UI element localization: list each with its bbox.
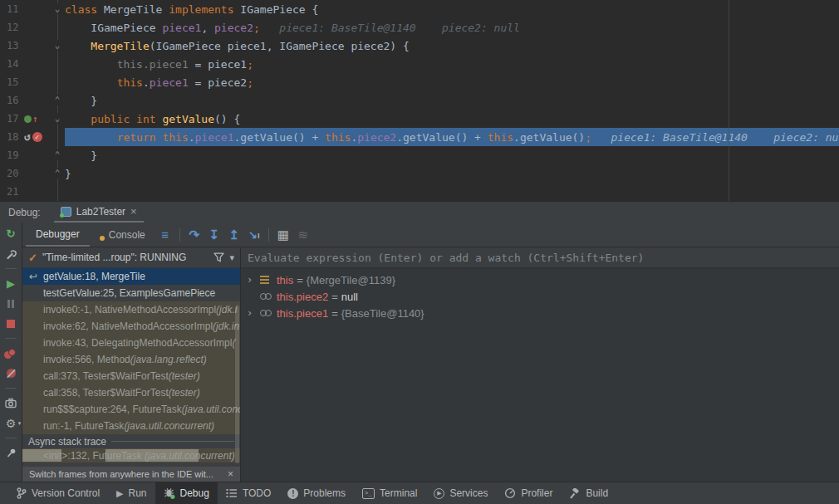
- gutter[interactable]: 14: [0, 55, 65, 73]
- chevron-down-icon[interactable]: ▾: [229, 252, 234, 263]
- line-number: 19: [0, 149, 22, 161]
- code-text: MergeTile(IGamePiece piece1, IGamePiece …: [65, 40, 839, 52]
- gutter[interactable]: 16⌃: [0, 91, 65, 110]
- rerun-icon[interactable]: ↻: [3, 227, 18, 241]
- debug-session-tab[interactable]: Lab2Tester ×: [54, 202, 144, 223]
- code-line[interactable]: 11⌄class MergeTile implements IGamePiece…: [0, 0, 839, 18]
- tab-console[interactable]: Console: [90, 223, 155, 247]
- code-text: return this.piece1.getValue() + this.pie…: [65, 131, 839, 144]
- gutter[interactable]: 20⌃: [0, 164, 65, 183]
- close-icon[interactable]: ×: [130, 205, 137, 218]
- layout-settings-icon[interactable]: ≋: [293, 228, 313, 242]
- tab-debugger[interactable]: Debugger: [26, 223, 90, 247]
- camera-icon[interactable]: [3, 396, 18, 410]
- toolwindow-button-run[interactable]: ▶Run: [108, 482, 155, 504]
- fold-marker-icon[interactable]: ⌃: [54, 168, 61, 179]
- code-line[interactable]: 15 this.piece1 = piece2;: [0, 73, 839, 91]
- step-out-icon[interactable]: ↥: [224, 228, 244, 242]
- stack-frame-row[interactable]: ↩getValue:18, MergeTile: [22, 268, 240, 285]
- gutter[interactable]: 15: [0, 73, 65, 91]
- stack-frame-row[interactable]: invoke:62, NativeMethodAccessorImpl (jdk…: [22, 318, 240, 335]
- todo-icon: [226, 488, 238, 498]
- resume-icon[interactable]: ▶: [3, 276, 18, 291]
- gutter[interactable]: 17↑⌄: [0, 110, 65, 128]
- code-line[interactable]: 13⌄ MergeTile(IGamePiece piece1, IGamePi…: [0, 37, 839, 55]
- variable-row[interactable]: ›this.piece1={BaseTile@1140}: [241, 305, 839, 321]
- fold-marker-icon[interactable]: ⌃: [54, 149, 61, 160]
- toolwindow-button-debug[interactable]: Debug: [155, 482, 218, 504]
- thread-status-label: "Time-limited ...roup": RUNNING: [42, 252, 209, 263]
- line-number: 21: [0, 186, 22, 198]
- wrench-icon[interactable]: [3, 247, 18, 261]
- toolwindow-button-build[interactable]: Build: [561, 482, 616, 504]
- code-line[interactable]: 14 this.piece1 = piece1;: [0, 55, 839, 73]
- evaluate-expression-input[interactable]: Evaluate expression (Enter) or add a wat…: [241, 247, 839, 268]
- show-execution-point-icon[interactable]: ≡: [155, 228, 175, 242]
- toolwindow-button-todo[interactable]: TODO: [218, 482, 279, 504]
- frames-hint-banner: Switch frames from anywhere in the IDE w…: [22, 467, 240, 482]
- code-text: }: [65, 149, 839, 162]
- run-to-cursor-icon[interactable]: ↘I: [244, 228, 264, 241]
- code-line[interactable]: 16⌃ }: [0, 91, 839, 110]
- profiler-icon: [504, 487, 516, 499]
- stack-frame-row[interactable]: run:-1, FutureTask (java.util.concurrent…: [22, 418, 240, 434]
- close-icon[interactable]: ×: [228, 468, 233, 480]
- evaluate-expression-icon[interactable]: ▦: [273, 228, 293, 242]
- stack-frame-row[interactable]: call:373, Tester$WaitForTest (tester): [22, 368, 240, 384]
- async-stack-frame[interactable]: <init>:132, FutureTask (java.util.concur…: [22, 448, 240, 462]
- stack-frame-row[interactable]: call:358, Tester$WaitForTest (tester): [22, 384, 240, 401]
- gutter[interactable]: 13⌄: [0, 37, 65, 55]
- ide-window: 11⌄class MergeTile implements IGamePiece…: [0, 0, 839, 504]
- step-into-icon[interactable]: ↧: [204, 228, 224, 242]
- code-line[interactable]: 19⌃ }: [0, 146, 839, 164]
- code-line[interactable]: 17↑⌄ public int getValue() {: [0, 110, 839, 128]
- variable-row[interactable]: this.piece2=null: [241, 288, 839, 305]
- debug-session-tab-title: Lab2Tester: [76, 206, 125, 218]
- fold-marker-icon[interactable]: ⌄: [54, 40, 61, 51]
- fold-marker-icon[interactable]: ⌄: [54, 3, 61, 14]
- code-line[interactable]: 20⌃}: [0, 164, 839, 183]
- stack-frame-row[interactable]: invoke:43, DelegatingMethodAccessorImpl …: [22, 335, 240, 351]
- stack-frame-row[interactable]: run$$$capture:264, FutureTask (java.util…: [22, 401, 240, 418]
- frames-scrollbar[interactable]: [235, 306, 239, 463]
- editor-lines: 11⌄class MergeTile implements IGamePiece…: [0, 0, 839, 201]
- toolwindow-button-terminal[interactable]: >_Terminal: [354, 482, 425, 504]
- pause-icon[interactable]: [3, 296, 18, 311]
- override-marker-icon[interactable]: ↑: [24, 115, 38, 123]
- watch-icon: [260, 293, 272, 300]
- view-breakpoints-icon[interactable]: [3, 346, 18, 360]
- stack-frame-row[interactable]: testGetValue:25, ExamplesGamePiece: [22, 285, 240, 301]
- gutter[interactable]: 12: [0, 18, 65, 37]
- code-line[interactable]: 21: [0, 183, 839, 201]
- debug-toolwindow: ↻▶⚙▾ DebuggerConsole≡↷↧↥↘I▦≋ ✓ "Time-lim…: [0, 223, 839, 482]
- toolwindow-button-problems[interactable]: !Problems: [279, 482, 354, 504]
- gutter[interactable]: 21: [0, 183, 65, 201]
- thread-status-icon: ✓: [28, 252, 37, 264]
- fold-marker-icon[interactable]: ⌃: [54, 95, 61, 105]
- gear-icon[interactable]: ⚙▾: [3, 416, 18, 430]
- step-over-icon[interactable]: ↷: [184, 228, 204, 242]
- variable-row[interactable]: ›this={MergeTile@1139}: [241, 272, 839, 288]
- stack-frame-row[interactable]: invoke:566, Method (java.lang.reflect): [22, 351, 240, 368]
- build-icon: [569, 488, 581, 499]
- breakpoint-icon[interactable]: ✓: [32, 132, 42, 142]
- stop-icon[interactable]: [3, 316, 18, 330]
- pin-icon[interactable]: [3, 446, 18, 460]
- gutter[interactable]: 11⌄: [0, 0, 65, 18]
- expand-chevron-icon[interactable]: ›: [247, 274, 260, 286]
- branch-icon: [17, 487, 27, 499]
- gutter[interactable]: 18↺✓: [0, 128, 65, 146]
- execution-line[interactable]: 18↺✓ return this.piece1.getValue() + thi…: [0, 128, 839, 146]
- code-line[interactable]: 12 IGamePiece piece1, piece2; piece1: Ba…: [0, 18, 839, 37]
- fold-marker-icon[interactable]: ⌄: [54, 113, 61, 124]
- filter-funnel-icon[interactable]: [213, 252, 224, 262]
- stack-frame-row[interactable]: invoke0:-1, NativeMethodAccessorImpl (jd…: [22, 301, 240, 318]
- expand-chevron-icon[interactable]: ›: [247, 307, 260, 319]
- code-editor[interactable]: 11⌄class MergeTile implements IGamePiece…: [0, 0, 839, 201]
- toolwindow-button-profiler[interactable]: Profiler: [496, 482, 561, 504]
- mute-breakpoints-icon[interactable]: [3, 366, 18, 380]
- thread-selector[interactable]: ✓ "Time-limited ...roup": RUNNING ▾: [22, 247, 240, 268]
- toolwindow-button-services[interactable]: ▶Services: [425, 482, 496, 504]
- toolwindow-button-version-control[interactable]: Version Control: [8, 482, 108, 504]
- gutter[interactable]: 19⌃: [0, 146, 65, 164]
